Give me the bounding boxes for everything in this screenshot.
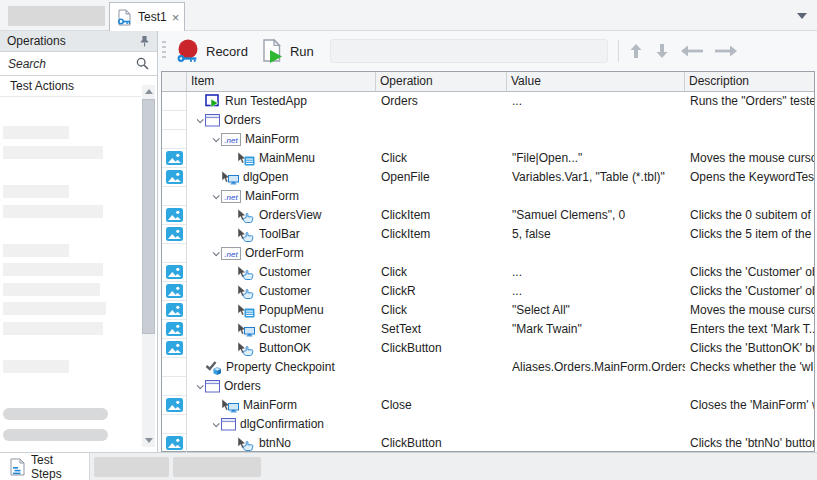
cell-description[interactable] <box>685 130 814 149</box>
cell-value[interactable]: ... <box>507 92 685 111</box>
table-row[interactable]: btnNoClickButtonClicks the 'btnNo' butto… <box>162 434 814 453</box>
expand-chevron-icon[interactable] <box>209 130 221 149</box>
cell-value[interactable]: "Select All" <box>507 301 685 320</box>
toolbar-grip[interactable] <box>162 41 166 61</box>
cell-description[interactable]: Clicks the 0 subitem of t... <box>685 206 814 225</box>
cell-description[interactable] <box>685 415 814 434</box>
cell-operation[interactable] <box>376 415 507 434</box>
screenshot-cell[interactable] <box>162 149 187 168</box>
cell-operation[interactable]: Click <box>376 301 507 320</box>
cell-item[interactable]: MainForm <box>187 396 376 415</box>
cell-item[interactable]: .netMainForm <box>187 130 376 149</box>
table-row[interactable]: MainFormCloseCloses the 'MainForm' w... <box>162 396 814 415</box>
table-row[interactable]: OrdersViewClickItem"Samuel Clemens", 0Cl… <box>162 206 814 225</box>
move-right-icon[interactable] <box>713 44 739 58</box>
cell-item[interactable]: .netOrderForm <box>187 244 376 263</box>
table-row[interactable]: .netOrderForm <box>162 244 814 263</box>
table-row[interactable]: .netMainForm <box>162 187 814 206</box>
cell-value[interactable] <box>507 339 685 358</box>
cell-operation[interactable] <box>376 358 507 377</box>
sidebar-scrollbar[interactable] <box>142 85 155 447</box>
screenshot-cell[interactable] <box>162 206 187 225</box>
search-input[interactable] <box>0 52 157 75</box>
cell-value[interactable] <box>507 244 685 263</box>
screenshot-cell[interactable] <box>162 301 187 320</box>
cell-value[interactable]: 5, false <box>507 225 685 244</box>
screenshot-cell[interactable] <box>162 339 187 358</box>
expand-chevron-icon[interactable] <box>193 377 205 396</box>
expand-chevron-icon[interactable] <box>193 111 205 130</box>
cell-operation[interactable]: Close <box>376 396 507 415</box>
move-left-icon[interactable] <box>679 44 705 58</box>
cell-description[interactable] <box>685 187 814 206</box>
cell-operation[interactable]: ClickItem <box>376 206 507 225</box>
record-button[interactable]: Record <box>172 36 256 67</box>
cell-value[interactable] <box>507 434 685 453</box>
scroll-down-icon[interactable] <box>145 438 153 443</box>
cell-value[interactable] <box>507 111 685 130</box>
table-row[interactable]: ToolBarClickItem5, falseClicks the 5 ite… <box>162 225 814 244</box>
tab-list-dropdown-icon[interactable] <box>797 13 807 19</box>
cell-value[interactable]: "Mark Twain" <box>507 320 685 339</box>
cell-operation[interactable] <box>376 244 507 263</box>
cell-operation[interactable]: ClickItem <box>376 225 507 244</box>
cell-description[interactable]: Checks whether the 'wI... <box>685 358 814 377</box>
test-actions-header[interactable]: Test Actions <box>0 76 141 97</box>
run-button[interactable]: Run <box>256 36 322 67</box>
table-row[interactable]: Orders <box>162 377 814 396</box>
cell-item[interactable]: Property Checkpoint <box>187 358 376 377</box>
screenshot-cell[interactable] <box>162 225 187 244</box>
cell-operation[interactable]: ClickButton <box>376 339 507 358</box>
cell-description[interactable]: Moves the mouse curso... <box>685 301 814 320</box>
cell-description[interactable]: Moves the mouse curso... <box>685 149 814 168</box>
cell-item[interactable]: Orders <box>187 111 376 130</box>
expand-chevron-icon[interactable] <box>209 187 221 206</box>
scroll-up-icon[interactable] <box>145 89 153 94</box>
table-row[interactable]: Property CheckpointAliases.Orders.MainFo… <box>162 358 814 377</box>
cell-item[interactable]: Customer <box>187 320 376 339</box>
cell-item[interactable]: Customer <box>187 263 376 282</box>
table-row[interactable]: CustomerClick...Clicks the 'Customer' ob… <box>162 263 814 282</box>
table-row[interactable]: Orders <box>162 111 814 130</box>
cell-operation[interactable] <box>376 377 507 396</box>
table-row[interactable]: CustomerSetText"Mark Twain"Enters the te… <box>162 320 814 339</box>
tab-test-steps[interactable]: Test Steps <box>0 453 90 480</box>
column-operation[interactable]: Operation <box>376 72 507 91</box>
table-row[interactable]: ButtonOKClickButtonClicks the 'ButtonOK'… <box>162 339 814 358</box>
cell-value[interactable]: "File|Open..." <box>507 149 685 168</box>
cell-description[interactable]: Enters the text 'Mark T... <box>685 320 814 339</box>
screenshot-cell[interactable] <box>162 168 187 187</box>
screenshot-cell[interactable] <box>162 263 187 282</box>
tab-test1[interactable]: Test1 × <box>109 2 185 31</box>
cell-value[interactable]: ... <box>507 263 685 282</box>
table-row[interactable]: .netMainForm <box>162 130 814 149</box>
cell-item[interactable]: dlgOpen <box>187 168 376 187</box>
cell-value[interactable] <box>507 396 685 415</box>
cell-value[interactable]: "Samuel Clemens", 0 <box>507 206 685 225</box>
cell-item[interactable]: OrdersView <box>187 206 376 225</box>
screenshot-cell[interactable] <box>162 396 187 415</box>
cell-description[interactable]: Clicks the 'btnNo' button. <box>685 434 814 453</box>
scrollbar-thumb[interactable] <box>142 99 155 334</box>
table-row[interactable]: dlgOpenOpenFileVariables.Var1, "Table (*… <box>162 168 814 187</box>
cell-description[interactable] <box>685 244 814 263</box>
cell-description[interactable] <box>685 377 814 396</box>
cell-operation[interactable]: SetText <box>376 320 507 339</box>
cell-value[interactable] <box>507 130 685 149</box>
column-value[interactable]: Value <box>507 72 685 91</box>
cell-operation[interactable]: ClickButton <box>376 434 507 453</box>
cell-item[interactable]: Customer <box>187 282 376 301</box>
table-row[interactable]: Run TestedAppOrders...Runs the "Orders" … <box>162 92 814 111</box>
cell-value[interactable] <box>507 415 685 434</box>
cell-item[interactable]: ToolBar <box>187 225 376 244</box>
cell-value[interactable]: Aliases.Orders.MainForm.OrdersVi... <box>507 358 685 377</box>
cell-value[interactable] <box>507 187 685 206</box>
cell-description[interactable]: Clicks the 'Customer' ob... <box>685 282 814 301</box>
column-item[interactable]: Item <box>187 72 376 91</box>
cell-value[interactable] <box>507 377 685 396</box>
cell-operation[interactable] <box>376 187 507 206</box>
cell-operation[interactable] <box>376 111 507 130</box>
cell-description[interactable]: Closes the 'MainForm' w... <box>685 396 814 415</box>
cell-item[interactable]: Run TestedApp <box>187 92 376 111</box>
inactive-bottom-tab[interactable] <box>173 457 261 477</box>
